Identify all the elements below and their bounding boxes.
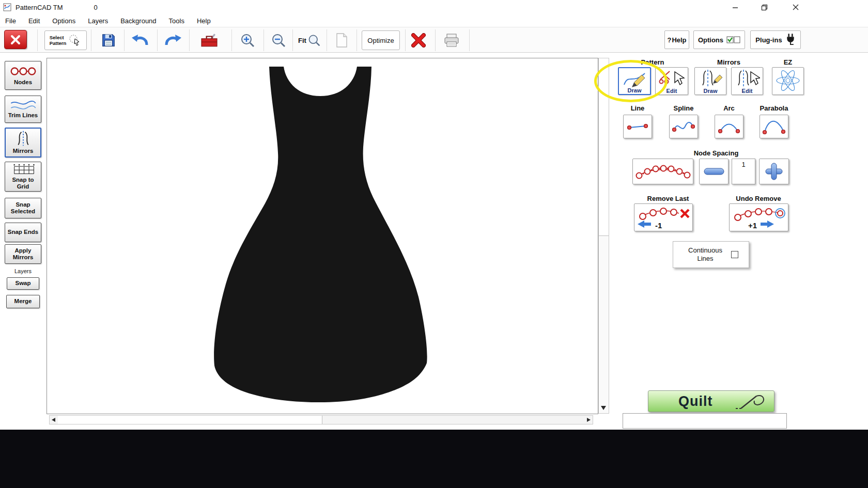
vertical-scrollbar-thumb[interactable] [599, 58, 609, 236]
mirror-cursor-icon [734, 69, 760, 87]
scroll-left-arrow[interactable] [52, 418, 55, 422]
redo-button[interactable] [160, 30, 185, 50]
sidebar-item-snap-selected[interactable]: Snap Selected [5, 198, 41, 218]
app-icon [3, 3, 11, 11]
node-spacing-increase-button[interactable] [759, 159, 789, 184]
menu-help[interactable]: Help [197, 17, 211, 25]
window-counter: 0 [94, 4, 98, 11]
spline-curve-icon [671, 117, 696, 136]
minimize-button[interactable] [723, 0, 747, 14]
toolbox-icon [199, 33, 219, 48]
exit-button[interactable] [4, 30, 27, 49]
scroll-right-arrow[interactable] [587, 418, 591, 422]
swap-label: Swap [15, 280, 30, 287]
options-button[interactable]: Options [693, 30, 745, 49]
title-bar: PatternCAD TM 0 [0, 0, 868, 14]
optimize-label: Optimize [367, 37, 394, 44]
mirrors-draw-button[interactable]: Draw [694, 67, 726, 95]
spline-tool-button[interactable] [669, 115, 698, 138]
remove-last-header: Remove Last [634, 195, 702, 202]
patterncad-window: PatternCAD TM 0 File Edit Options Layers… [0, 0, 868, 488]
options-checkbox-icon [726, 35, 740, 44]
sidebar-item-snap-to-grid[interactable]: Snap to Grid [5, 162, 41, 192]
merge-layers-button[interactable]: Merge [6, 295, 40, 308]
sidebar-item-label: Snap Ends [8, 229, 38, 235]
ez-pattern-button[interactable] [772, 67, 804, 95]
pattern-draw-button[interactable]: Draw [618, 67, 651, 95]
vertical-scrollbar[interactable] [598, 58, 609, 414]
horizontal-scrollbar[interactable] [49, 415, 593, 424]
toolbar-separator [124, 29, 125, 51]
sidebar-item-nodes[interactable]: Nodes [5, 61, 41, 90]
delete-button[interactable] [408, 30, 429, 50]
print-button[interactable] [439, 30, 464, 50]
sidebar-item-label: Nodes [14, 79, 32, 86]
fit-button[interactable]: Fit [296, 30, 323, 50]
menu-background[interactable]: Background [120, 17, 156, 25]
toolbar-separator [469, 29, 470, 51]
node-spacing-decrease-button[interactable] [699, 159, 729, 184]
arc-header: Arc [706, 104, 752, 112]
scroll-down-arrow[interactable] [601, 406, 606, 410]
zoom-out-button[interactable] [268, 30, 289, 50]
toolbar-separator [292, 29, 293, 51]
continuous-lines-label: Continuous Lines [684, 246, 727, 262]
minus-icon [703, 167, 725, 176]
menu-options[interactable]: Options [52, 17, 75, 25]
menu-edit[interactable]: Edit [28, 17, 40, 25]
toolbox-button[interactable] [195, 30, 223, 50]
ez-section-header: EZ [772, 58, 804, 66]
sidebar-item-trim-lines[interactable]: Trim Lines [5, 96, 41, 123]
blank-page-icon [335, 33, 348, 48]
toolbar-separator [435, 29, 436, 51]
quilt-button[interactable]: Quilt [648, 390, 774, 412]
undo-remove-delta: +1 [748, 221, 757, 230]
remove-last-button[interactable]: -1 [634, 203, 693, 231]
select-pattern-button[interactable]: Select Pattern [44, 30, 87, 50]
continuous-lines-checkbox[interactable] [731, 251, 738, 258]
optimize-button[interactable]: Optimize [362, 30, 400, 50]
select-pattern-label-2: Pattern [50, 40, 67, 46]
menu-tools[interactable]: Tools [169, 17, 184, 25]
toolbar-separator [157, 29, 158, 51]
help-button[interactable]: ? Help [664, 30, 689, 49]
mirrors-section-header: Mirrors [694, 58, 763, 66]
restore-button[interactable] [752, 0, 776, 14]
drawing-canvas[interactable] [47, 58, 598, 414]
menu-file[interactable]: File [5, 17, 16, 25]
undo-button[interactable] [128, 30, 153, 50]
toolbar-separator [405, 29, 406, 51]
needle-thread-icon [734, 393, 767, 412]
sidebar-item-mirrors[interactable]: Mirrors [5, 128, 41, 158]
mirrors-edit-button[interactable]: Edit [731, 67, 763, 95]
zoom-in-icon [240, 33, 255, 48]
line-tool-button[interactable] [623, 115, 652, 138]
plugins-label: Plug-ins [755, 36, 782, 44]
undo-remove-icon [731, 205, 787, 230]
sidebar-item-snap-ends[interactable]: Snap Ends [5, 223, 41, 242]
zoom-in-button[interactable] [237, 30, 258, 50]
pattern-edit-button[interactable]: Edit [655, 67, 688, 95]
node-spacing-value[interactable]: 1 [732, 159, 755, 184]
toolbar-separator [327, 29, 327, 51]
new-page-button[interactable] [331, 30, 352, 50]
toolbar-separator [264, 29, 264, 51]
pattern-section-header: Pattern [618, 58, 687, 66]
menu-layers[interactable]: Layers [88, 17, 108, 25]
undo-remove-button[interactable]: +1 [729, 203, 788, 231]
node-spacing-preview-button[interactable] [632, 159, 693, 184]
plugins-button[interactable]: Plug-ins [750, 30, 801, 49]
node-spacing-header: Node Spacing [672, 149, 761, 157]
parabola-tool-button[interactable] [760, 115, 788, 138]
sidebar-item-apply-mirrors[interactable]: Apply Mirrors [5, 244, 41, 264]
continuous-lines-panel: Continuous Lines [673, 241, 749, 268]
arc-tool-button[interactable] [715, 115, 743, 138]
toolbar-separator [37, 29, 38, 51]
select-pattern-icon [68, 34, 82, 47]
swap-layers-button[interactable]: Swap [7, 277, 39, 290]
exit-x-icon [10, 34, 21, 45]
save-button[interactable] [97, 30, 120, 50]
close-window-button[interactable] [782, 0, 809, 14]
mirror-pencil-icon [698, 69, 723, 87]
horizontal-scrollbar-thumb[interactable] [58, 416, 322, 424]
